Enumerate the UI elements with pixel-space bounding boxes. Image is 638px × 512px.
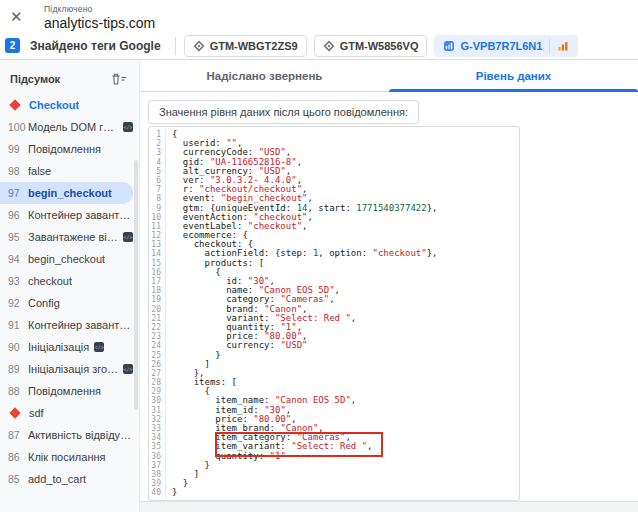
tab-data-layer[interactable]: Рівень даних: [389, 60, 638, 91]
line-number: 7: [149, 185, 166, 194]
line-number: 37: [149, 461, 166, 470]
line-number: 27: [149, 369, 166, 378]
event-label: Контейнер завантажен...: [28, 319, 133, 331]
datalayer-heading: Значення рівня даних після цього повідом…: [148, 100, 419, 124]
tab-bar: Надіслано зверненьРівень даних: [140, 60, 638, 92]
event-label: Checkout: [29, 99, 79, 111]
event-label: Повідомлення: [28, 143, 101, 155]
event-number: 90: [8, 341, 28, 353]
event-label: Контейнер завантажен...: [28, 209, 133, 221]
event-number: 93: [8, 275, 28, 287]
event-list-item-add_to_cart[interactable]: 85add_to_cart: [0, 468, 133, 490]
tag-chip-label: G-VPB7R7L6N1: [460, 40, 542, 52]
datalayer-code-block: 1{2 userid: "",3 currencyCode: "USD",4 g…: [148, 126, 520, 501]
found-tags-count-badge: 2: [5, 38, 20, 53]
line-number: 40: [149, 488, 166, 497]
event-number: 98: [8, 165, 28, 177]
event-list-item-begin_checkout[interactable]: 97begin_checkout: [0, 182, 133, 204]
event-list: Checkout100Модель DOM готова</>99Повідом…: [0, 94, 139, 490]
line-number: 9: [149, 204, 166, 213]
event-diamond-icon: [9, 407, 20, 418]
event-list-item-checkout[interactable]: 93checkout: [0, 270, 133, 292]
event-list-item--[interactable]: 86Клік посилання: [0, 446, 133, 468]
tag-chip-GTM-W5856VQ[interactable]: GTM-W5856VQ: [314, 35, 428, 57]
line-number: 3: [149, 148, 166, 157]
close-icon[interactable]: ✕: [10, 9, 32, 24]
summary-sidebar: Підсумок Checkout100Модель DOM готова</>…: [0, 60, 140, 512]
event-number: 100: [8, 121, 28, 133]
line-number: 24: [149, 341, 166, 350]
line-number: 11: [149, 222, 166, 231]
line-number: 25: [149, 351, 166, 360]
event-number: 87: [8, 429, 28, 441]
line-number: 26: [149, 360, 166, 369]
tab-hits-sent[interactable]: Надіслано звернень: [140, 60, 389, 91]
found-tags-bar: 2 Знайдено теги Google GTM-WBGT2ZS9GTM-W…: [0, 32, 638, 60]
line-number: 12: [149, 231, 166, 240]
line-number: 36: [149, 452, 166, 461]
gtm-diamond-icon: [193, 40, 205, 52]
connection-bar: ✕ Підключено analytics-tips.com: [0, 0, 638, 32]
code-badge-icon: </>: [123, 232, 133, 242]
event-list-item--[interactable]: 87Активність відвідувачів: [0, 424, 133, 446]
event-label: Активність відвідувачів: [28, 429, 133, 441]
line-number: 28: [149, 378, 166, 387]
line-number: 5: [149, 167, 166, 176]
event-list-item--[interactable]: 90Ініціалізація</>: [0, 336, 133, 358]
divider: [175, 37, 176, 55]
line-number: 39: [149, 479, 166, 488]
clear-list-icon[interactable]: [110, 72, 127, 86]
event-number: 96: [8, 209, 28, 221]
event-list-item-sdf[interactable]: sdf: [0, 402, 133, 424]
sidebar-header: Підсумок: [0, 60, 139, 94]
site-title: analytics-tips.com: [44, 15, 155, 31]
event-list-item-checkout[interactable]: Checkout: [0, 94, 133, 116]
event-list-item--[interactable]: 95Завантажене вікно</>: [0, 226, 133, 248]
event-list-item--[interactable]: 99Повідомлення: [0, 138, 133, 160]
line-number: 30: [149, 396, 166, 405]
event-list-item--[interactable]: 89Ініціалізація згоди</>: [0, 358, 133, 380]
event-number: 88: [8, 385, 28, 397]
event-list-item-begin_checkout[interactable]: 94begin_checkout: [0, 248, 133, 270]
line-number: 14: [149, 249, 166, 258]
event-label: Повідомлення: [28, 385, 101, 397]
tag-assistant-window: ✕ Підключено analytics-tips.com 2 Знайде…: [0, 0, 638, 512]
line-number: 4: [149, 158, 166, 167]
line-number: 21: [149, 314, 166, 323]
found-tags-label: Знайдено теги Google: [30, 39, 161, 53]
tag-chip-GTM-WBGT2ZS9[interactable]: GTM-WBGT2ZS9: [184, 35, 307, 57]
line-number: 8: [149, 194, 166, 203]
code-line: 39 }: [149, 479, 519, 488]
tag-chip-label: GTM-WBGT2ZS9: [210, 40, 298, 52]
event-number: 92: [8, 297, 28, 309]
sidebar-scrollbar[interactable]: [134, 160, 138, 410]
event-list-item-config[interactable]: 92Config: [0, 292, 133, 314]
event-number: 95: [8, 231, 28, 243]
line-number: 10: [149, 213, 166, 222]
event-diamond-icon: [9, 99, 20, 110]
event-number: 89: [8, 363, 28, 375]
line-number: 38: [149, 470, 166, 479]
code-badge-icon: </>: [94, 342, 104, 352]
summary-title: Підсумок: [10, 73, 60, 85]
line-number: 33: [149, 424, 166, 433]
line-number: 18: [149, 286, 166, 295]
event-list-item--[interactable]: 88Повідомлення: [0, 380, 133, 402]
line-number: 29: [149, 387, 166, 396]
code-line: 40}: [149, 488, 519, 497]
event-list-item-false[interactable]: 98false: [0, 160, 133, 182]
code-badge-icon: </>: [123, 122, 133, 132]
line-number: 34: [149, 433, 166, 442]
event-list-item--dom-[interactable]: 100Модель DOM готова</>: [0, 116, 133, 138]
connection-info: Підключено analytics-tips.com: [44, 2, 155, 31]
event-number: 85: [8, 473, 28, 485]
event-label: Модель DOM готова: [28, 121, 118, 133]
line-number: 19: [149, 295, 166, 304]
event-label: Завантажене вікно: [28, 231, 118, 243]
divider: [549, 39, 550, 53]
event-list-item--[interactable]: 96Контейнер завантажен...: [0, 204, 133, 226]
line-number: 20: [149, 305, 166, 314]
event-label: begin_checkout: [28, 253, 105, 265]
tag-chip-G-VPB7R7L6N1[interactable]: G-VPB7R7L6N1: [434, 35, 578, 57]
event-list-item--[interactable]: 91Контейнер завантажен...: [0, 314, 133, 336]
